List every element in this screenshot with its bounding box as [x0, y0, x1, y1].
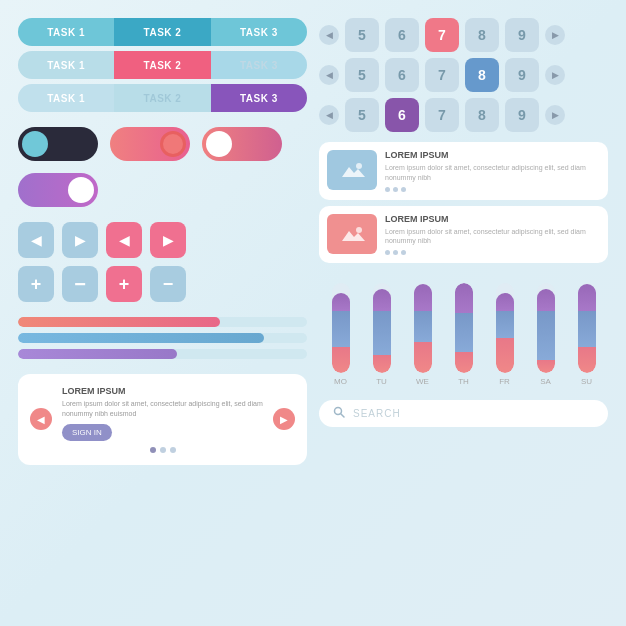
list-card-1-title: LOREM IPSUM	[385, 150, 600, 160]
chart-label-sa: SA	[529, 377, 562, 386]
tab-1-task2[interactable]: TASK 2	[114, 18, 210, 46]
ldot-2-2	[393, 250, 398, 255]
toggle-knob-1	[22, 131, 48, 157]
next-btn-blue[interactable]: ▶	[62, 222, 98, 258]
progress-fill-3	[18, 349, 177, 359]
bar-coral-th	[455, 352, 473, 373]
num-next-1[interactable]: ▶	[545, 25, 565, 45]
bar-group-fr	[488, 283, 521, 373]
bar-coral-we	[414, 342, 432, 373]
num-9-2[interactable]: 9	[505, 58, 539, 92]
tab-row-3: TASK 1 TASK 2 TASK 3	[18, 84, 307, 112]
search-placeholder[interactable]: SEARCH	[353, 408, 401, 419]
bar-blue-fr	[496, 311, 514, 338]
num-5-1[interactable]: 5	[345, 18, 379, 52]
tab-1-task1[interactable]: TASK 1	[18, 18, 114, 46]
bar-group-th	[447, 283, 480, 373]
number-row-2: ◀ 5 6 7 8 9 ▶	[319, 58, 608, 92]
num-6-3[interactable]: 6	[385, 98, 419, 132]
number-row-1: ◀ 5 6 7 8 9 ▶	[319, 18, 608, 52]
toggle-purple-off[interactable]	[18, 173, 98, 207]
card-prev-btn[interactable]: ◀	[30, 408, 52, 430]
num-5-3[interactable]: 5	[345, 98, 379, 132]
num-next-2[interactable]: ▶	[545, 65, 565, 85]
chart-label-su: SU	[570, 377, 603, 386]
bar-purple-mo	[332, 293, 350, 311]
plus-btn-pink[interactable]: +	[106, 266, 142, 302]
progress-section	[18, 317, 307, 359]
info-card: ◀ LOREM IPSUM Lorem ipsum dolor sit amet…	[18, 374, 307, 465]
num-7-2[interactable]: 7	[425, 58, 459, 92]
num-next-3[interactable]: ▶	[545, 105, 565, 125]
tab-3-task2[interactable]: TASK 2	[114, 84, 210, 112]
bar-container-su	[578, 283, 596, 373]
toggle-coral-off[interactable]	[202, 127, 282, 161]
next-btn-pink[interactable]: ▶	[150, 222, 186, 258]
toggle-pink-on[interactable]	[110, 127, 190, 161]
card-next-btn[interactable]: ▶	[273, 408, 295, 430]
media-controls-row2: + − + −	[18, 266, 307, 302]
card-title: LOREM IPSUM	[62, 386, 263, 396]
prev-btn-blue[interactable]: ◀	[18, 222, 54, 258]
progress-fill-2	[18, 333, 264, 343]
list-card-2-text: Lorem ipsum dolor sit amet, consectetur …	[385, 227, 600, 247]
bar-blue-we	[414, 311, 432, 342]
card-dots	[62, 447, 263, 453]
bar-coral-su	[578, 347, 596, 374]
bar-group-sa	[529, 283, 562, 373]
bar-blue-sa	[537, 311, 555, 360]
tab-1-task3[interactable]: TASK 3	[211, 18, 307, 46]
list-card-2-content: LOREM IPSUM Lorem ipsum dolor sit amet, …	[385, 214, 600, 256]
chart-label-tu: TU	[365, 377, 398, 386]
progress-fill-1	[18, 317, 220, 327]
num-6-2[interactable]: 6	[385, 58, 419, 92]
card-signin-btn[interactable]: SIGN IN	[62, 424, 112, 441]
list-cards-section: LOREM IPSUM Lorem ipsum dolor sit amet, …	[319, 142, 608, 263]
bar-blue-tu	[373, 311, 391, 355]
num-9-1[interactable]: 9	[505, 18, 539, 52]
num-7-1[interactable]: 7	[425, 18, 459, 52]
prev-btn-pink[interactable]: ◀	[106, 222, 142, 258]
num-9-3[interactable]: 9	[505, 98, 539, 132]
svg-rect-3	[337, 223, 367, 245]
chart-section: MOTUWETHFRSASU	[319, 273, 608, 386]
minus-btn-2[interactable]: −	[150, 266, 186, 302]
card-text-area: LOREM IPSUM Lorem ipsum dolor sit amet, …	[62, 386, 263, 453]
bar-container-fr	[496, 283, 514, 373]
chart-label-th: TH	[447, 377, 480, 386]
search-section[interactable]: SEARCH	[319, 400, 608, 427]
num-prev-3[interactable]: ◀	[319, 105, 339, 125]
list-card-1-dots	[385, 187, 600, 192]
dot-3	[170, 447, 176, 453]
num-7-3[interactable]: 7	[425, 98, 459, 132]
dot-2	[160, 447, 166, 453]
media-controls-row1: ◀ ▶ ◀ ▶	[18, 222, 307, 258]
list-card-2-img	[327, 214, 377, 254]
num-5-2[interactable]: 5	[345, 58, 379, 92]
tab-3-task3[interactable]: TASK 3	[211, 84, 307, 112]
num-prev-2[interactable]: ◀	[319, 65, 339, 85]
bar-container-sa	[537, 283, 555, 373]
plus-btn-blue[interactable]: +	[18, 266, 54, 302]
bar-container-mo	[332, 283, 350, 373]
num-prev-1[interactable]: ◀	[319, 25, 339, 45]
num-8-1[interactable]: 8	[465, 18, 499, 52]
bar-purple-tu	[373, 289, 391, 311]
bar-blue-mo	[332, 311, 350, 347]
tab-3-task1[interactable]: TASK 1	[18, 84, 114, 112]
num-8-2[interactable]: 8	[465, 58, 499, 92]
bar-coral-tu	[373, 355, 391, 373]
bar-purple-we	[414, 284, 432, 311]
toggle-dark-on[interactable]	[18, 127, 98, 161]
tab-2-task1[interactable]: TASK 1	[18, 51, 114, 79]
card-description: Lorem ipsum dolor sit amet, consectetur …	[62, 399, 263, 419]
svg-line-7	[341, 414, 345, 418]
minus-btn-blue[interactable]: −	[62, 266, 98, 302]
tab-2-task2[interactable]: TASK 2	[114, 51, 210, 79]
bar-container-th	[455, 283, 473, 373]
tab-2-task3[interactable]: TASK 3	[211, 51, 307, 79]
num-6-1[interactable]: 6	[385, 18, 419, 52]
controls-section: ◀ ▶ ◀ ▶ + − + −	[18, 222, 307, 302]
num-8-3[interactable]: 8	[465, 98, 499, 132]
bar-container-we	[414, 283, 432, 373]
